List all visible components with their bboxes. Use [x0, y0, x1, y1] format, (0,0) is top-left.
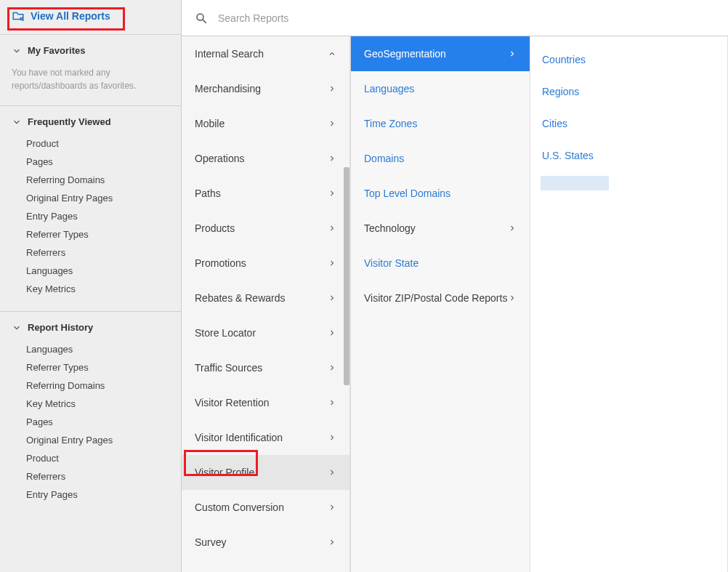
category-label: Mobile — [195, 118, 225, 129]
sidebar: View All Reports My Favorites You have n… — [0, 0, 182, 572]
frequent-title: Frequently Viewed — [28, 116, 111, 127]
view-all-reports-button[interactable]: View All Reports — [12, 9, 110, 23]
list-item[interactable]: Original Entry Pages — [26, 431, 169, 449]
subcategory-menu: GeoSegmentationLanguagesTime ZonesDomain… — [351, 36, 530, 315]
subcategory-label: Time Zones — [364, 118, 417, 129]
svg-point-2 — [197, 14, 203, 20]
chevron-right-icon — [328, 84, 336, 93]
report-item[interactable]: U.S. States — [542, 140, 716, 172]
category-item[interactable]: Visitor Identification — [182, 420, 349, 455]
category-menu: Internal SearchMerchandisingMobileOperat… — [182, 36, 349, 572]
report-item[interactable]: Cities — [542, 108, 716, 140]
list-item[interactable]: Entry Pages — [26, 207, 169, 225]
subcategory-item[interactable]: Visitor ZIP/Postal Code Reports — [351, 281, 530, 315]
chevron-right-icon — [328, 189, 336, 198]
category-item[interactable]: Internal Search — [182, 36, 349, 71]
category-column: Internal SearchMerchandisingMobileOperat… — [182, 36, 350, 572]
chevron-right-icon — [328, 119, 336, 128]
chevron-right-icon — [508, 49, 517, 58]
category-label: Merchandising — [195, 83, 261, 94]
search-bar — [182, 0, 728, 36]
chevron-right-icon — [328, 503, 336, 512]
selection-highlight — [541, 176, 609, 190]
chevron-right-icon — [328, 259, 336, 267]
subcategory-item[interactable]: Visitor State — [351, 246, 530, 281]
list-item[interactable]: Pages — [26, 413, 169, 431]
list-item[interactable]: Key Metrics — [26, 395, 169, 413]
category-item[interactable]: Visitor Retention — [182, 385, 349, 420]
scrollbar[interactable] — [344, 167, 349, 385]
category-item[interactable]: Mobile — [182, 106, 349, 141]
chevron-up-icon — [328, 49, 336, 58]
category-item[interactable]: Products — [182, 211, 349, 246]
category-item[interactable]: Custom Reports — [182, 560, 349, 572]
category-item[interactable]: Merchandising — [182, 71, 349, 106]
subcategory-label: Top Level Domains — [364, 188, 450, 199]
report-item[interactable]: Countries — [542, 44, 716, 76]
category-item[interactable]: Promotions — [182, 246, 349, 281]
list-item[interactable]: Entry Pages — [26, 486, 169, 504]
list-item[interactable]: Product — [26, 134, 169, 153]
list-item[interactable]: Product — [26, 449, 169, 467]
report-column: CountriesRegionsCitiesU.S. States — [530, 36, 728, 572]
subcategory-label: Technology — [364, 222, 416, 234]
chevron-right-icon — [328, 224, 336, 233]
category-label: Traffic Sources — [195, 362, 262, 374]
subcategory-item[interactable]: Top Level Domains — [351, 176, 530, 211]
category-item[interactable]: Operations — [182, 141, 349, 176]
subcategory-label: Languages — [364, 83, 414, 94]
subcategory-item[interactable]: GeoSegmentation — [351, 36, 530, 71]
list-item[interactable]: Referrer Types — [26, 358, 169, 376]
history-section: Report History Languages Referrer Types … — [0, 312, 181, 517]
category-item[interactable]: Store Locator — [182, 315, 349, 350]
chevron-right-icon — [328, 154, 336, 163]
category-item[interactable]: Paths — [182, 176, 349, 211]
frequent-toggle[interactable]: Frequently Viewed — [12, 116, 169, 127]
subcategory-item[interactable]: Time Zones — [351, 106, 530, 141]
category-label: Paths — [195, 188, 221, 199]
category-label: Visitor Retention — [195, 397, 269, 408]
history-list: Languages Referrer Types Referring Domai… — [12, 340, 169, 504]
history-toggle[interactable]: Report History — [12, 322, 169, 333]
favorites-empty-note: You have not marked any reports/dashboar… — [12, 66, 169, 92]
chevron-right-icon — [328, 398, 336, 407]
subcategory-label: GeoSegmentation — [364, 48, 446, 60]
subcategory-item[interactable]: Domains — [351, 141, 530, 176]
category-item[interactable]: Survey — [182, 525, 349, 560]
category-item[interactable]: Traffic Sources — [182, 350, 349, 385]
category-label: Rebates & Rewards — [195, 292, 286, 304]
category-label: Survey — [195, 536, 227, 548]
subcategory-label: Domains — [364, 153, 404, 164]
list-item[interactable]: Languages — [26, 340, 169, 358]
category-label: Operations — [195, 153, 244, 164]
favorites-toggle[interactable]: My Favorites — [12, 45, 169, 56]
svg-line-1 — [23, 20, 24, 21]
search-input[interactable] — [217, 12, 715, 25]
report-item[interactable]: Regions — [542, 76, 716, 108]
category-label: Promotions — [195, 257, 246, 269]
list-item[interactable]: Languages — [26, 262, 169, 280]
list-item[interactable]: Original Entry Pages — [26, 189, 169, 207]
chevron-right-icon — [328, 538, 336, 547]
report-list: CountriesRegionsCitiesU.S. States — [530, 44, 727, 172]
chevron-right-icon — [328, 433, 336, 442]
list-item[interactable]: Referrers — [26, 467, 169, 486]
list-item[interactable]: Key Metrics — [26, 280, 169, 298]
chevron-right-icon — [328, 329, 336, 337]
list-item[interactable]: Referring Domains — [26, 171, 169, 189]
category-item[interactable]: Custom Conversion — [182, 490, 349, 525]
subcategory-item[interactable]: Technology — [351, 211, 530, 246]
list-item[interactable]: Referrer Types — [26, 225, 169, 243]
chevron-down-icon — [12, 323, 22, 333]
list-item[interactable]: Pages — [26, 153, 169, 171]
list-item[interactable]: Referrers — [26, 243, 169, 262]
category-item[interactable]: Visitor Profile — [182, 455, 349, 490]
view-all-reports-label: View All Reports — [31, 10, 110, 22]
category-label: Store Locator — [195, 327, 256, 339]
subcategory-item[interactable]: Languages — [351, 71, 530, 106]
category-item[interactable]: Rebates & Rewards — [182, 281, 349, 315]
list-item[interactable]: Referring Domains — [26, 376, 169, 395]
category-label: Custom Conversion — [195, 501, 284, 513]
chevron-right-icon — [328, 468, 336, 477]
frequent-section: Frequently Viewed Product Pages Referrin… — [0, 106, 181, 312]
